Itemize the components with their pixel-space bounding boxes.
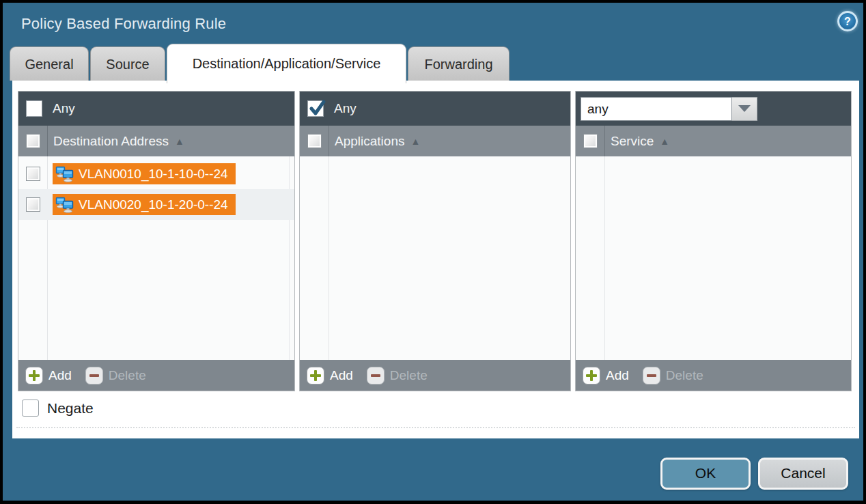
service-dropdown-button[interactable] bbox=[732, 97, 757, 121]
service-delete-button[interactable]: Delete bbox=[666, 368, 703, 383]
applications-any-bar: Any bbox=[300, 92, 570, 126]
tab-forwarding[interactable]: Forwarding bbox=[408, 46, 509, 81]
ok-button[interactable]: OK bbox=[660, 458, 751, 490]
panel-bottom-divider bbox=[16, 427, 855, 428]
delete-icon[interactable] bbox=[367, 367, 385, 384]
network-computers-icon bbox=[55, 197, 74, 213]
address-object-chip: VLAN0010_10-1-10-0--24 bbox=[53, 163, 236, 184]
negate-checkbox[interactable] bbox=[22, 400, 39, 417]
service-footer: Add Delete bbox=[576, 360, 851, 391]
address-object-label: VLAN0010_10-1-10-0--24 bbox=[79, 167, 228, 182]
applications-add-button[interactable]: Add bbox=[330, 368, 353, 383]
service-add-button[interactable]: Add bbox=[606, 368, 629, 383]
applications-any-checkbox[interactable] bbox=[307, 100, 324, 117]
destination-add-button[interactable]: Add bbox=[48, 368, 72, 383]
add-icon[interactable] bbox=[583, 367, 600, 384]
destination-any-label: Any bbox=[53, 101, 75, 116]
applications-list bbox=[300, 156, 570, 360]
tab-content-panel: Any Destination Address ▲ bbox=[12, 81, 859, 438]
delete-icon[interactable] bbox=[85, 367, 103, 384]
sort-asc-icon: ▲ bbox=[410, 136, 420, 147]
applications-any-label: Any bbox=[334, 101, 357, 116]
applications-footer: Add Delete bbox=[300, 360, 570, 391]
destination-any-bar: Any bbox=[18, 92, 294, 126]
destination-address-column-header[interactable]: Destination Address ▲ bbox=[18, 126, 294, 156]
applications-header-label: Applications bbox=[335, 134, 404, 149]
policy-forwarding-dialog: Policy Based Forwarding Rule ? General S… bbox=[3, 3, 863, 501]
destination-address-header-label: Destination Address bbox=[53, 134, 169, 149]
sort-asc-icon: ▲ bbox=[660, 136, 669, 147]
applications-column-header[interactable]: Applications ▲ bbox=[300, 126, 570, 156]
service-select-all-checkbox[interactable] bbox=[583, 134, 598, 148]
destination-delete-button[interactable]: Delete bbox=[109, 368, 146, 383]
screen: Policy Based Forwarding Rule ? General S… bbox=[0, 0, 866, 504]
header-divider bbox=[604, 126, 605, 156]
service-any-bar: any bbox=[576, 92, 851, 126]
sort-asc-icon: ▲ bbox=[175, 136, 184, 147]
service-dropdown-value[interactable]: any bbox=[581, 97, 732, 121]
service-panel: any Service ▲ Add bbox=[575, 91, 852, 391]
delete-icon[interactable] bbox=[643, 367, 660, 384]
service-dropdown: any bbox=[581, 97, 757, 121]
address-object-chip: VLAN0020_10-1-20-0--24 bbox=[53, 194, 236, 215]
row-checkbox[interactable] bbox=[26, 197, 40, 212]
add-icon[interactable] bbox=[307, 367, 324, 384]
list-divider bbox=[329, 156, 329, 360]
destination-row-vlan0020[interactable]: VLAN0020_10-1-20-0--24 bbox=[18, 189, 294, 220]
chevron-down-icon bbox=[738, 105, 751, 112]
tab-destination-application-service[interactable]: Destination/Application/Service bbox=[167, 44, 406, 83]
service-column-header[interactable]: Service ▲ bbox=[576, 126, 851, 156]
destination-select-all-checkbox[interactable] bbox=[26, 134, 40, 148]
applications-panel: Any Applications ▲ Add Delete bbox=[299, 91, 571, 391]
destination-footer: Add Delete bbox=[18, 360, 294, 391]
cancel-button[interactable]: Cancel bbox=[758, 458, 848, 490]
destination-address-panel: Any Destination Address ▲ bbox=[18, 91, 295, 391]
checkmark-icon bbox=[309, 100, 326, 117]
destination-row-vlan0010[interactable]: VLAN0010_10-1-10-0--24 bbox=[18, 158, 294, 189]
header-divider bbox=[329, 126, 329, 156]
destination-any-checkbox[interactable] bbox=[26, 100, 42, 117]
network-computers-icon bbox=[55, 166, 74, 182]
tab-general[interactable]: General bbox=[10, 46, 89, 81]
negate-row: Negate bbox=[22, 400, 94, 417]
address-object-label: VLAN0020_10-1-20-0--24 bbox=[79, 197, 228, 212]
applications-delete-button[interactable]: Delete bbox=[390, 368, 428, 383]
row-checkbox[interactable] bbox=[26, 167, 40, 181]
list-divider bbox=[604, 156, 605, 360]
add-icon[interactable] bbox=[25, 367, 43, 384]
destination-address-list: VLAN0010_10-1-10-0--24 bbox=[18, 156, 294, 360]
header-divider bbox=[47, 126, 48, 156]
applications-select-all-checkbox[interactable] bbox=[307, 134, 322, 148]
service-header-label: Service bbox=[611, 134, 654, 149]
dialog-title: Policy Based Forwarding Rule bbox=[21, 15, 226, 33]
service-list bbox=[576, 156, 851, 360]
help-icon[interactable]: ? bbox=[837, 11, 858, 31]
tab-source[interactable]: Source bbox=[90, 46, 165, 81]
negate-label: Negate bbox=[47, 400, 94, 417]
